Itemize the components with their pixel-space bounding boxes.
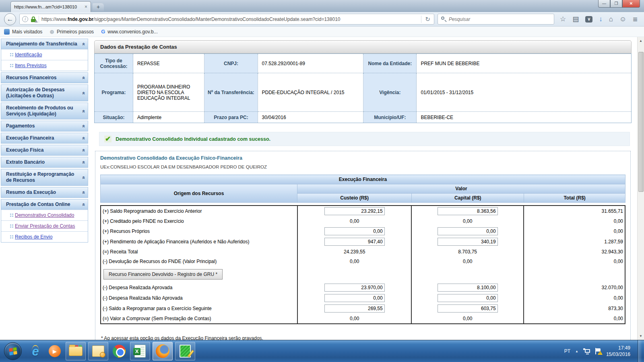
taskbar-item-chrome[interactable] [111,342,128,360]
bookmarks-bar: Mais visitados ⊕ Primeiros passos G www.… [0,27,644,37]
collapse-icon: « [81,203,87,206]
taskbar-item-explorer[interactable] [66,342,86,360]
custeio-input[interactable] [324,294,385,302]
capital-value: 0,00 [411,257,523,266]
downloads-icon[interactable]: ↓ [599,16,603,23]
home-icon[interactable]: ⌂ [609,16,613,23]
scroll-down-icon[interactable]: ▼ [639,332,642,340]
tab-close-icon[interactable]: × [85,4,87,10]
taskbar-item-notepad[interactable] [175,342,195,360]
clock[interactable]: 17:49 15/03/2016 [606,345,630,358]
bookmark-primeiros-passos[interactable]: ⊕ Primeiros passos [50,29,94,35]
custeio-input[interactable] [324,304,385,313]
sidebar-item-enviar-prestacao[interactable]: Enviar Prestação de Contas [1,220,88,231]
bookmarks-panel-icon[interactable]: ▤ [572,16,579,23]
gru-button[interactable]: Recurso Financeiro Devolvido - Registro … [103,269,223,280]
url-text[interactable]: https://www.fnde.gov.br/sigpc/pages/Mant… [41,16,419,22]
menu-icon[interactable]: ≡ [633,15,638,23]
search-box[interactable] [438,14,554,25]
folder-icon [69,346,83,356]
windows-logo-icon [9,347,17,355]
taskbar-item-excel[interactable]: X [130,342,150,360]
prestacao-info-table: Tipo de Concessão: REPASSE CNPJ: 07.528.… [94,53,632,123]
custeio-input[interactable] [324,227,385,235]
notepad-icon [180,345,191,358]
sidebar-section-pagamentos: Pagamentos « [1,121,88,132]
info-value: 01/01/2015 - 31/12/2015 [417,73,632,112]
sidebar-header-recursos-financeiros[interactable]: Recursos Financeiros « [1,73,88,83]
sidebar-section-resumo: Resumo da Execução « [1,187,88,198]
language-indicator[interactable]: PT [564,348,570,354]
custeio-input[interactable] [324,207,385,215]
info-label: CNPJ: [204,54,258,73]
taskbar-item-internet-explorer[interactable]: e [27,342,44,360]
start-button[interactable] [4,342,22,360]
sidebar-header-prestacao-online[interactable]: Prestação de Contas Online « [1,200,88,210]
minimize-button[interactable]: — [598,0,610,8]
vertical-scrollbar[interactable]: ▲ ▼ [637,37,644,340]
sidebar-item-itens-previstos[interactable]: Itens Previstos [1,60,88,71]
action-center-icon[interactable] [595,348,601,354]
sidebar-header-autorizacao-despesas[interactable]: Autorização de Despesas (Licitações e Ou… [1,85,88,101]
total-value: 0,00 [524,216,625,226]
bookmark-mais-visitados[interactable]: Mais visitados [4,29,42,35]
sidebar-item-recibos-envio[interactable]: Recibos de Envio [1,231,88,242]
bookmark-star-icon[interactable]: ☆ [560,16,566,23]
page-info-icon[interactable]: i [22,16,28,22]
row-label: (-) Despesa Realizada Não Aprovada [101,293,297,303]
info-value: BEBERIBE-CE [417,112,632,123]
reload-icon[interactable]: ↻ [424,16,431,23]
sidebar-header-resumo[interactable]: Resumo da Execução « [1,187,88,197]
sidebar-section-restituicao: Restituição e Reprogramação de Recursos … [1,169,88,186]
custeio-input[interactable] [324,284,385,292]
capital-input[interactable] [438,284,498,292]
scrollbar-thumb[interactable] [638,52,644,192]
custeio-input[interactable] [324,238,385,246]
sidebar-header-recebimento[interactable]: Recebimento de Produtos ou Serviços (Liq… [1,103,88,119]
total-value: 32.070,00 [524,282,625,293]
sidebar-header-planejamento[interactable]: Planejamento de Transferência « [1,39,88,49]
tray-expand-icon[interactable]: ▲ [575,350,578,353]
capital-input[interactable] [438,207,498,215]
success-message: ✔ Demonstrativo Consolidado Individual c… [99,132,630,146]
taskbar-item-media-player[interactable]: ▶ [46,342,63,360]
sidebar: Planejamento de Transferência « Identifi… [0,37,89,340]
taskbar-item-firefox[interactable] [153,342,173,360]
search-input[interactable] [449,16,551,22]
close-button[interactable]: ✕ [622,0,640,8]
restore-button[interactable]: ❐ [610,0,622,8]
bullet-icon [10,235,11,237]
capital-input[interactable] [438,304,498,313]
sidebar-header-execucao-financeira[interactable]: Execução Financeira « [1,133,88,143]
total-value: 0,00 [524,257,625,266]
browser-tab[interactable]: https://www.fn...am?cid=138010 × [10,1,91,12]
show-desktop-button[interactable] [638,340,642,362]
taskbar-item-outlook[interactable] [88,342,108,360]
hello-icon[interactable]: ☺ [619,16,626,23]
collapse-icon: « [81,91,87,94]
sidebar-header-execucao-fisica[interactable]: Execução Física « [1,145,88,155]
info-label: Município/UF: [363,112,417,123]
collapse-icon: « [81,137,87,140]
network-icon[interactable] [583,348,590,354]
info-value: PDDE-EDUCAÇÃO INTEGRAL / 2015 [258,73,363,112]
url-bar[interactable]: i https://www.fnde.gov.br/sigpc/pages/Ma… [19,14,434,25]
table-row: Situação: Adimplente Prazo para PC: 30/0… [95,112,632,123]
capital-input[interactable] [438,294,498,302]
sidebar-item-demonstrativo-consolidado[interactable]: Demonstrativo Consolidado [1,210,88,220]
bookmark-convenios[interactable]: G www.convenios.gov.b... [101,29,158,35]
sidebar-item-identificacao[interactable]: Identificação [1,49,88,60]
capital-input[interactable] [438,238,498,246]
ssl-lock-icon[interactable] [31,16,36,22]
sidebar-header-pagamentos[interactable]: Pagamentos « [1,121,88,131]
capital-input[interactable] [438,227,498,235]
search-icon [441,16,446,22]
back-button[interactable]: ← [4,13,16,25]
pocket-icon[interactable]: ∨ [585,16,592,23]
sidebar-header-restituicao[interactable]: Restituição e Reprogramação de Recursos … [1,169,88,185]
sidebar-header-extrato-bancario[interactable]: Extrato Bancário « [1,157,88,167]
sidebar-section-execucao-fisica: Execução Física « [1,145,88,156]
new-tab-button[interactable]: + [93,3,104,11]
row-label: (=) Valor a Comprovar (Sem Prestação de … [101,314,297,323]
scroll-up-icon[interactable]: ▲ [639,37,642,45]
